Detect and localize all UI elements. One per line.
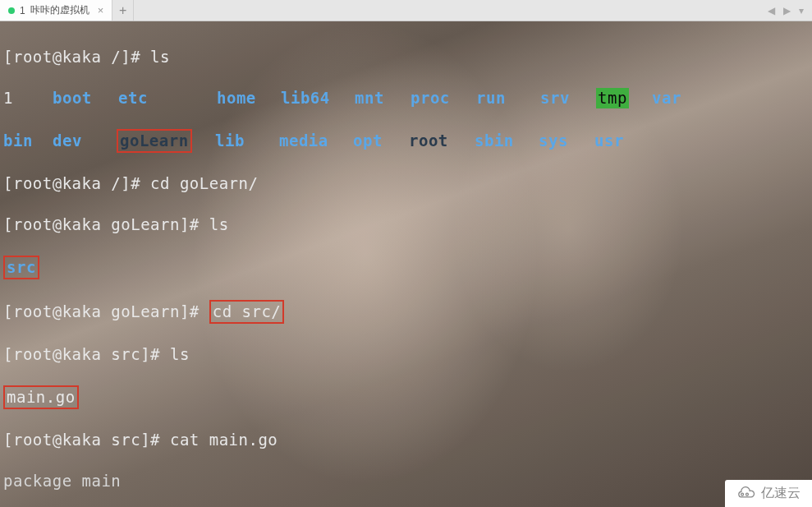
tab-menu-icon[interactable]: ▾ — [799, 5, 804, 16]
watermark-badge: 亿速云 — [725, 480, 812, 507]
tab-session-1[interactable]: 1 咔咔的虚拟机 × — [0, 0, 112, 21]
command-ls: ls — [209, 215, 229, 233]
status-dot-icon — [8, 7, 15, 14]
tab-title: 咔咔的虚拟机 — [30, 3, 89, 17]
command-ls: ls — [150, 48, 170, 66]
tab-scroll-controls: ◀ ▶ ▾ — [759, 0, 812, 21]
highlight-main-go: main.go — [3, 385, 79, 409]
prompt: [root@kaka /]# — [3, 174, 150, 192]
tab-bar: 1 咔咔的虚拟机 × + ◀ ▶ ▾ — [0, 0, 812, 21]
code-line: package main — [3, 471, 809, 491]
prompt: [root@kaka /]# — [3, 48, 150, 66]
add-tab-button[interactable]: + — [112, 0, 134, 21]
highlight-cd-src: cd src/ — [209, 300, 285, 324]
tab-scroll-left-icon[interactable]: ◀ — [768, 5, 775, 16]
command-cd-golearn: cd goLearn/ — [150, 174, 258, 192]
svg-point-1 — [746, 493, 749, 495]
highlight-src: src — [3, 256, 39, 279]
prompt: [root@kaka goLearn]# — [3, 302, 209, 320]
command-ls: ls — [170, 345, 190, 363]
ls-root-row1: 1bootetchomelib64mntprocrunsrvtmpvar — [3, 88, 809, 108]
watermark-text: 亿速云 — [761, 485, 801, 502]
terminal-output[interactable]: [root@kaka /]# ls 1bootetchomelib64mntpr… — [0, 21, 812, 507]
svg-point-0 — [741, 493, 744, 495]
prompt: [root@kaka src]# — [3, 345, 170, 363]
cloud-icon — [735, 486, 756, 501]
tab-scroll-right-icon[interactable]: ▶ — [783, 5, 791, 16]
tab-index: 1 — [20, 5, 25, 16]
prompt: [root@kaka src]# — [3, 431, 170, 449]
ls-root-row2: bindevgoLearnlibmediaoptrootsbinsysusr — [3, 129, 809, 153]
command-cat: cat main.go — [170, 431, 278, 449]
highlight-golearn: goLearn — [117, 129, 192, 153]
prompt: [root@kaka goLearn]# — [3, 215, 209, 233]
close-icon[interactable]: × — [98, 4, 104, 16]
